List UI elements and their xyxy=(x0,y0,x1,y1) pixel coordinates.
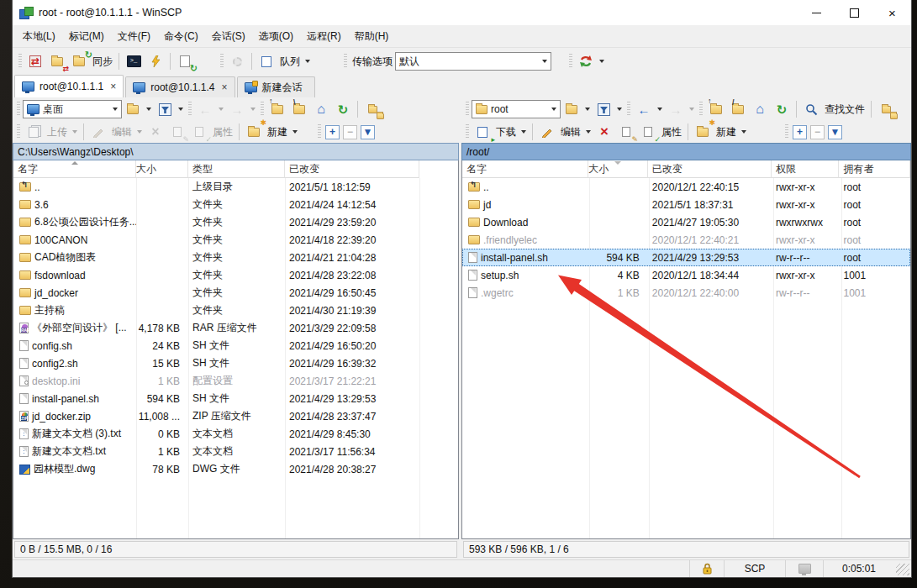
remote-open-directory-button[interactable] xyxy=(561,99,582,119)
local-new-label[interactable]: 新建 xyxy=(267,125,287,139)
menu-local[interactable]: 本地(L) xyxy=(16,27,62,46)
remote-back-button[interactable]: ← xyxy=(634,99,654,119)
local-new-button[interactable]: ✱ xyxy=(244,122,264,142)
file-row[interactable]: setup.sh4 KB2020/12/1 18:34:44rwxr-xr-x1… xyxy=(462,266,910,284)
protocol-cell[interactable]: SCP xyxy=(725,560,786,577)
local-open-directory-button[interactable] xyxy=(123,99,143,119)
file-row[interactable]: 园林模型.dwg78 KBDWG 文件2021/4/28 20:38:27 xyxy=(13,460,458,478)
local-edit-button[interactable] xyxy=(88,122,108,142)
menu-options[interactable]: 选项(O) xyxy=(252,27,300,46)
toolbar-grip[interactable] xyxy=(344,54,347,69)
remote-properties-button[interactable]: ✓ xyxy=(638,122,658,142)
queue-button[interactable] xyxy=(256,51,277,71)
toolbar-grip[interactable] xyxy=(188,102,192,117)
local-select-remove-button[interactable]: − xyxy=(343,125,357,139)
remote-select-invert-button[interactable]: ▼ xyxy=(828,125,842,139)
local-rename-button[interactable]: ✎ xyxy=(167,122,187,142)
toolbar-grip[interactable] xyxy=(466,102,469,117)
local-new-caret[interactable] xyxy=(292,130,298,134)
remote-home-directory-button[interactable]: ⌂ xyxy=(750,99,770,119)
tab-close-icon[interactable]: × xyxy=(110,81,116,92)
local-home-directory-button[interactable]: ⌂ xyxy=(311,99,331,119)
remote-drive-select[interactable]: root xyxy=(472,100,561,118)
remote-new-caret[interactable] xyxy=(741,130,746,134)
remote-forward-button[interactable]: → xyxy=(666,99,686,119)
file-row[interactable]: ..上级目录2021/5/1 18:12:59 xyxy=(13,178,458,196)
toolbar-grip[interactable] xyxy=(17,102,20,117)
file-row[interactable]: 6.8公顷公园设计任务...文件夹2021/4/29 23:59:20 xyxy=(13,213,458,231)
column-header-name[interactable]: 名字 xyxy=(462,160,588,178)
toolbar-grip[interactable] xyxy=(18,54,22,69)
transfer-settings-caret[interactable] xyxy=(599,60,604,63)
remote-properties-label[interactable]: 属性 xyxy=(661,125,682,139)
maximize-button[interactable] xyxy=(835,0,873,25)
file-row[interactable]: 主持稿文件夹2021/4/30 21:19:39 xyxy=(13,302,458,319)
preferences-button[interactable] xyxy=(227,51,247,71)
remote-filter-button[interactable] xyxy=(593,99,614,119)
local-filter-caret[interactable] xyxy=(178,108,183,111)
remote-edit-caret[interactable] xyxy=(586,130,591,134)
remote-root-directory-button[interactable]: / xyxy=(728,99,748,119)
column-header-rights[interactable]: 权限 xyxy=(772,160,840,178)
resize-grip[interactable] xyxy=(896,564,909,575)
menu-mark[interactable]: 标记(M) xyxy=(62,27,111,46)
toolbar-grip[interactable] xyxy=(466,124,469,139)
column-header-name[interactable]: 名字 xyxy=(13,160,136,178)
remote-rename-button[interactable]: ✎ xyxy=(616,122,636,142)
file-row[interactable]: install-panel.sh594 KBSH 文件2021/4/29 13:… xyxy=(13,390,458,407)
toolbar-grip[interactable] xyxy=(627,102,630,117)
local-edit-label[interactable]: 编辑 xyxy=(112,125,132,139)
file-row[interactable]: 《外部空间设计》 [...4,178 KBRAR 压缩文件2021/3/29 2… xyxy=(13,319,458,337)
file-row[interactable]: 新建文本文档 (3).txt0 KB文本文档2021/4/29 8:45:30 xyxy=(13,425,458,443)
menu-help[interactable]: 帮助(H) xyxy=(348,27,396,46)
local-forward-button[interactable]: → xyxy=(227,99,247,119)
local-parent-directory-button[interactable]: ↑ xyxy=(267,99,287,119)
download-button[interactable]: ▸ xyxy=(472,122,493,142)
file-row[interactable]: desktop.ini1 KB配置设置2021/3/17 21:22:21 xyxy=(13,372,458,390)
minimize-button[interactable] xyxy=(798,0,835,25)
menu-remote[interactable]: 远程(R) xyxy=(300,27,348,46)
transfer-settings-button[interactable] xyxy=(576,51,596,71)
duplicate-session-button[interactable]: ⇄ xyxy=(47,51,67,71)
synchronize-button[interactable]: ↻ xyxy=(69,51,89,71)
local-refresh-button[interactable]: ↻ xyxy=(333,99,353,119)
file-row[interactable]: config2.sh15 KBSH 文件2021/4/29 16:39:32 xyxy=(13,354,458,372)
remote-filter-caret[interactable] xyxy=(617,108,622,111)
toolbar-grip[interactable] xyxy=(569,54,572,69)
local-edit-caret[interactable] xyxy=(137,130,142,134)
tab-----[interactable]: 新建会话 xyxy=(237,76,315,97)
toolbar-grip[interactable] xyxy=(699,102,703,117)
remote-path-bar[interactable]: /root/ xyxy=(461,143,911,160)
file-row[interactable]: .wgetrc1 KB2020/12/1 22:40:00rw-r--r--10… xyxy=(462,284,910,302)
file-row[interactable]: install-panel.sh594 KB2021/4/29 13:29:53… xyxy=(462,249,910,266)
queue-label[interactable]: 队列 xyxy=(280,55,300,69)
remote-new-label[interactable]: 新建 xyxy=(716,125,736,139)
toolbar-grip[interactable] xyxy=(220,54,224,69)
remote-refresh-button[interactable]: ↻ xyxy=(772,99,792,119)
tab-root@10.1.1.4[interactable]: root@10.1.1.4× xyxy=(125,76,235,97)
transfer-preset-select[interactable]: 默认 xyxy=(395,52,551,71)
local-back-caret[interactable] xyxy=(219,108,224,111)
menu-session[interactable]: 会话(S) xyxy=(205,27,252,46)
file-row[interactable]: fsdownload文件夹2021/4/28 23:22:08 xyxy=(13,266,458,284)
toolbar-grip[interactable] xyxy=(318,124,321,139)
remote-delete-button[interactable]: × xyxy=(594,122,614,142)
toolbar-grip[interactable] xyxy=(785,124,788,139)
column-header-size[interactable]: 大小 xyxy=(588,160,648,178)
local-filter-button[interactable] xyxy=(155,99,175,119)
file-row[interactable]: jd_docker文件夹2021/4/29 16:50:45 xyxy=(13,284,458,302)
local-forward-caret[interactable] xyxy=(250,108,256,111)
remote-select-add-button[interactable]: + xyxy=(793,125,807,139)
local-path-bar[interactable]: C:\Users\Wangz\Desktop\ xyxy=(13,143,459,160)
local-back-button[interactable]: ← xyxy=(195,99,215,119)
local-delete-button[interactable]: × xyxy=(145,122,166,142)
local-select-invert-button[interactable]: ▼ xyxy=(361,125,375,139)
upload-label[interactable]: 上传 xyxy=(47,125,67,139)
file-row[interactable]: ..2020/12/1 22:40:15rwxr-xr-xroot xyxy=(462,178,910,196)
remote-open-directory-caret[interactable] xyxy=(585,108,590,111)
remote-edit-label[interactable]: 编辑 xyxy=(561,125,581,139)
encryption-cell[interactable] xyxy=(690,560,725,577)
file-row[interactable]: jd_docker.zip11,008 ...ZIP 压缩文件2021/4/28… xyxy=(13,407,458,425)
local-copy-path-button[interactable] xyxy=(362,99,382,119)
local-open-directory-caret[interactable] xyxy=(146,108,151,111)
